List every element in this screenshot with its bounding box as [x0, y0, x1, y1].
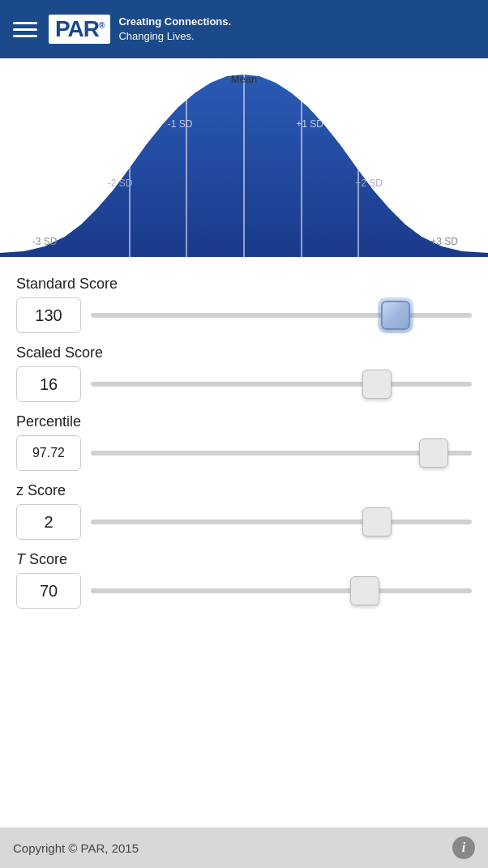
- scaled-score-value[interactable]: 16: [16, 366, 81, 402]
- bell-curve-area: Mean -1 SD +1 SD -2 SD +2 SD -3 SD +3 SD: [0, 58, 488, 261]
- z-score-control: 2: [16, 504, 472, 540]
- logo-box: PAR®: [49, 15, 110, 44]
- t-score-value[interactable]: 70: [16, 573, 81, 609]
- scaled-score-slider-track: [91, 382, 472, 387]
- scaled-score-row: Scaled Score 16: [16, 344, 472, 402]
- scaled-score-label: Scaled Score: [16, 344, 472, 361]
- controls-area: Standard Score 130 Scaled Score 16 Perce…: [0, 261, 488, 827]
- z-score-slider-container[interactable]: [91, 504, 472, 540]
- t-score-slider-track: [91, 588, 472, 593]
- z-score-slider-track: [91, 520, 472, 524]
- standard-score-label: Standard Score: [16, 276, 472, 293]
- standard-score-slider-thumb[interactable]: [381, 301, 410, 330]
- plus1sd-label: +1 SD: [296, 118, 323, 130]
- bell-curve-svg: Mean -1 SD +1 SD -2 SD +2 SD -3 SD +3 SD: [0, 66, 488, 261]
- minus2sd-label: -2 SD: [108, 177, 133, 189]
- standard-score-value[interactable]: 130: [16, 297, 81, 333]
- standard-score-row: Standard Score 130: [16, 276, 472, 333]
- plus3sd-label: +3 SD: [430, 236, 458, 247]
- logo-registered: ®: [99, 21, 104, 30]
- menu-button[interactable]: [13, 22, 37, 37]
- app-header: PAR® Creating Connections. Changing Live…: [0, 0, 488, 58]
- standard-score-control: 130: [16, 297, 472, 333]
- info-icon-text: i: [462, 840, 465, 855]
- t-score-label: T Score: [16, 551, 472, 568]
- percentile-slider-container[interactable]: [91, 435, 472, 471]
- z-score-label: z Score: [16, 482, 472, 499]
- z-score-value[interactable]: 2: [16, 504, 81, 540]
- minus1sd-label: -1 SD: [168, 118, 193, 130]
- logo-area: PAR® Creating Connections. Changing Live…: [49, 15, 231, 44]
- t-score-row: T Score 70: [16, 551, 472, 609]
- header-tagline: Creating Connections. Changing Lives.: [118, 15, 231, 44]
- percentile-control: 97.72: [16, 435, 472, 471]
- tagline-line1: Creating Connections.: [118, 15, 231, 29]
- standard-score-slider-container[interactable]: [91, 297, 472, 333]
- t-score-slider-container[interactable]: [91, 573, 472, 609]
- z-score-row: z Score 2: [16, 482, 472, 540]
- t-score-control: 70: [16, 573, 472, 609]
- logo-text: PAR®: [55, 16, 104, 41]
- scaled-score-slider-thumb[interactable]: [362, 370, 392, 399]
- scaled-score-slider-container[interactable]: [91, 366, 472, 402]
- z-score-slider-thumb[interactable]: [362, 507, 392, 537]
- standard-score-slider-track: [91, 313, 472, 318]
- minus3sd-label: -3 SD: [32, 236, 58, 247]
- mean-label: Mean: [231, 73, 258, 85]
- info-button[interactable]: i: [452, 836, 475, 859]
- copyright-text: Copyright © PAR, 2015: [13, 841, 139, 855]
- tagline-line2: Changing Lives.: [118, 30, 194, 42]
- plus2sd-label: +2 SD: [355, 177, 383, 189]
- percentile-slider-track: [91, 451, 472, 455]
- t-score-label-text: Score: [25, 551, 67, 567]
- t-score-slider-thumb[interactable]: [350, 576, 379, 605]
- percentile-row: Percentile 97.72: [16, 413, 472, 471]
- percentile-label: Percentile: [16, 413, 472, 430]
- app-footer: Copyright © PAR, 2015 i: [0, 827, 488, 868]
- logo-par: PAR: [55, 16, 99, 41]
- percentile-slider-thumb[interactable]: [419, 438, 448, 468]
- scaled-score-control: 16: [16, 366, 472, 402]
- percentile-value[interactable]: 97.72: [16, 435, 81, 471]
